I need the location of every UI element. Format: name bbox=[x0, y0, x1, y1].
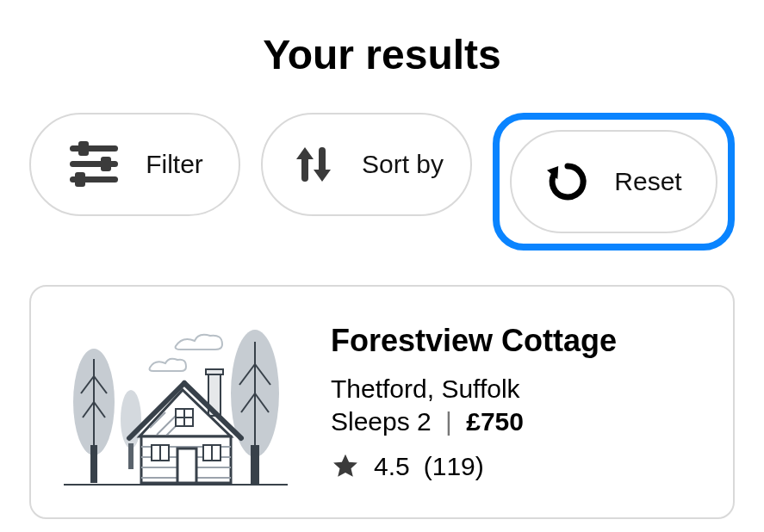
svg-rect-3 bbox=[101, 157, 111, 171]
result-sleeps: Sleeps 2 bbox=[331, 407, 432, 436]
svg-rect-38 bbox=[177, 448, 196, 483]
reset-highlight: Reset bbox=[493, 113, 735, 251]
reset-label: Reset bbox=[614, 167, 681, 196]
svg-rect-9 bbox=[90, 445, 97, 483]
page-title: Your results bbox=[29, 31, 735, 78]
sliders-icon bbox=[66, 140, 121, 189]
result-price: £750 bbox=[466, 407, 524, 436]
svg-rect-1 bbox=[78, 141, 89, 156]
reviews-count: (119) bbox=[424, 452, 484, 481]
svg-rect-0 bbox=[70, 145, 118, 152]
svg-rect-5 bbox=[75, 172, 85, 187]
separator: | bbox=[445, 407, 452, 436]
result-capacity-price: Sleeps 2 | £750 bbox=[331, 407, 709, 436]
svg-rect-6 bbox=[301, 152, 308, 182]
sort-icon bbox=[289, 140, 338, 189]
result-info: Forestview Cottage Thetford, Suffolk Sle… bbox=[331, 323, 709, 481]
svg-rect-26 bbox=[206, 369, 223, 374]
result-name: Forestview Cottage bbox=[331, 323, 709, 359]
star-icon bbox=[331, 452, 360, 481]
result-location: Thetford, Suffolk bbox=[331, 374, 709, 404]
filter-label: Filter bbox=[146, 150, 203, 179]
svg-rect-23 bbox=[128, 443, 134, 469]
result-card[interactable]: Forestview Cottage Thetford, Suffolk Sle… bbox=[29, 285, 735, 519]
sort-label: Sort by bbox=[362, 150, 444, 179]
sort-button[interactable]: Sort by bbox=[261, 113, 472, 216]
rating-value: 4.5 bbox=[374, 452, 410, 481]
svg-rect-16 bbox=[251, 445, 259, 485]
reset-button[interactable]: Reset bbox=[510, 130, 717, 233]
controls-row: Filter Sort by bbox=[29, 113, 735, 251]
result-thumbnail bbox=[55, 307, 296, 497]
filter-button[interactable]: Filter bbox=[29, 113, 240, 216]
svg-rect-7 bbox=[319, 147, 326, 176]
reset-icon bbox=[545, 159, 590, 204]
result-rating: 4.5 (119) bbox=[331, 452, 709, 481]
